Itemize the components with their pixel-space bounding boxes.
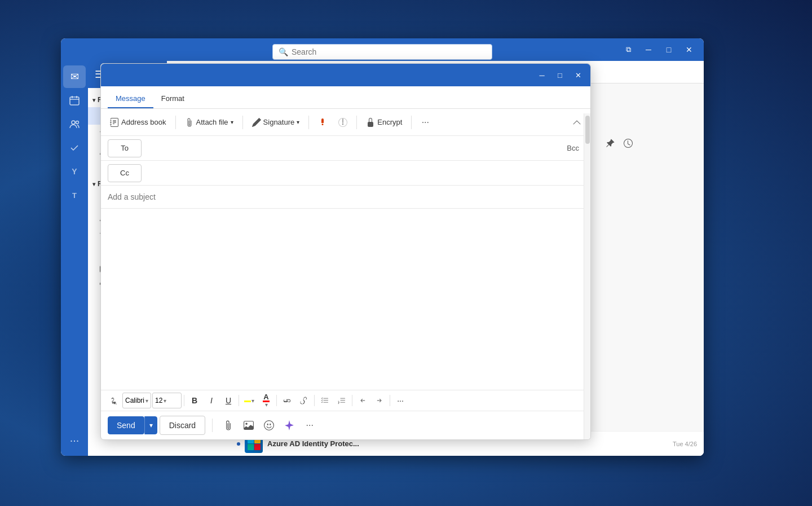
compose-close-button[interactable]: ✕ [570,67,586,83]
low-importance-button[interactable] [334,113,352,131]
high-importance-icon [318,118,327,127]
clock-icon[interactable] [620,135,636,151]
restore-button[interactable]: ⧉ [620,42,636,58]
underline-button[interactable]: U [220,393,236,408]
increase-indent-button[interactable] [372,393,387,408]
fmt-sep-2 [239,395,239,406]
font-size-selector[interactable]: 12 ▾ [152,393,182,408]
compose-window: ─ □ ✕ Message Format Address book Attach… [100,63,591,440]
compose-body[interactable] [101,209,590,390]
bcc-button[interactable]: Bcc [562,142,584,155]
numbered-list-icon [338,397,346,404]
to-field-row: To Bcc [101,136,590,161]
compose-scroll-thumb[interactable] [585,116,590,144]
more-icon[interactable]: ··· [65,429,84,451]
fmt-sep-5 [352,395,352,406]
separator-3 [308,116,309,129]
compose-tab-format[interactable]: Format [153,90,192,108]
compose-scrollbar[interactable] [584,113,590,439]
font-dropdown-icon: ▾ [145,398,148,404]
fmt-sep-6 [390,395,390,406]
pin-icon[interactable] [602,135,618,151]
emoji-button[interactable] [260,416,278,434]
font-color-icon: A ▾ [263,393,270,408]
separator-4 [356,116,357,129]
separator-5 [411,116,412,129]
encrypt-label: Encrypt [377,118,402,126]
to-button[interactable]: To [108,139,142,157]
encrypt-icon [366,118,375,127]
rail-icon-contacts[interactable] [63,113,86,135]
remove-link-button[interactable] [296,393,312,408]
send-dropdown-button[interactable]: ▾ [144,416,157,434]
cc-input[interactable] [146,169,584,178]
rail-icon-calendar[interactable] [63,89,86,112]
attach-icon [185,118,194,127]
high-importance-button[interactable] [314,113,332,131]
svg-point-5 [76,121,79,124]
compose-minimize-button[interactable]: ─ [534,67,550,83]
address-book-button[interactable]: Address book [105,116,171,129]
italic-button[interactable]: I [204,393,219,408]
signature-dropdown-icon: ▾ [297,119,299,125]
rail-icon-tasks[interactable] [63,137,86,159]
folders-chevron: ▾ [92,181,95,187]
minimize-button[interactable]: ─ [641,42,656,58]
compose-titlebar: ─ □ ✕ [101,64,590,86]
clear-formatting-button[interactable] [105,393,121,408]
rail-icon-teams[interactable]: T [63,184,86,206]
compose-tab-message[interactable]: Message [108,90,153,108]
bottom-image-button[interactable] [240,416,258,434]
bold-button[interactable]: B [187,393,202,408]
bottom-more-button[interactable]: ··· [301,416,319,434]
to-input[interactable] [146,144,562,153]
font-color-button[interactable]: A ▾ [258,393,274,408]
font-selector[interactable]: Calibri ▾ [122,393,151,408]
cc-field-row: Cc [101,161,590,186]
compose-window-controls: ─ □ ✕ [534,67,586,83]
title-bar: 🔍 ⧉ ─ □ ✕ [61,38,704,61]
more-formatting-button[interactable]: ··· [392,393,408,408]
paint-bucket-icon [109,397,117,404]
title-bar-controls: ⧉ ─ □ ✕ [620,42,697,58]
unread-indicator [237,442,240,446]
search-icon: 🔍 [279,47,288,56]
encrypt-button[interactable]: Encrypt [361,116,407,129]
discard-button[interactable]: Discard [160,416,205,435]
bottom-attach-icon [223,420,233,430]
ai-button[interactable] [280,416,298,434]
insert-link-button[interactable] [279,393,295,408]
icon-rail: ✉ Y T ··· [61,61,88,456]
address-book-icon [110,118,119,127]
emoji-icon [264,420,274,430]
attach-dropdown-icon: ▾ [231,119,233,125]
decrease-indent-button[interactable] [355,393,370,408]
bullet-list-button[interactable] [317,393,333,408]
attach-file-button[interactable]: Attach file ▾ [180,116,238,129]
decrease-indent-icon [359,397,367,404]
send-button[interactable]: Send [108,416,144,434]
signature-button[interactable]: Signature ▾ [248,116,304,129]
separator-2 [242,116,243,129]
bottom-attach-button[interactable] [219,416,237,434]
bottom-sep-1 [212,419,213,432]
highlight-button[interactable]: ▾ [241,393,257,408]
link-icon [283,397,291,404]
search-input[interactable] [292,47,486,56]
numbered-list-button[interactable] [334,393,350,408]
attach-file-label: Attach file [196,118,228,126]
font-size-dropdown-icon: ▾ [164,398,166,404]
compose-maximize-button[interactable]: □ [552,67,568,83]
ai-icon [284,420,294,430]
close-button[interactable]: ✕ [681,42,697,58]
rail-icon-yammer[interactable]: Y [63,160,86,183]
compose-bottom-toolbar: Send ▾ Discard · [101,411,590,439]
rail-icon-mail[interactable]: ✉ [63,65,86,88]
svg-rect-0 [70,97,79,105]
maximize-button[interactable]: □ [661,42,677,58]
toolbar-more-button[interactable]: ··· [416,113,434,131]
cc-button[interactable]: Cc [108,164,142,182]
subject-input[interactable] [101,186,590,209]
address-book-label: Address book [121,118,166,126]
bullet-list-icon [321,397,329,404]
